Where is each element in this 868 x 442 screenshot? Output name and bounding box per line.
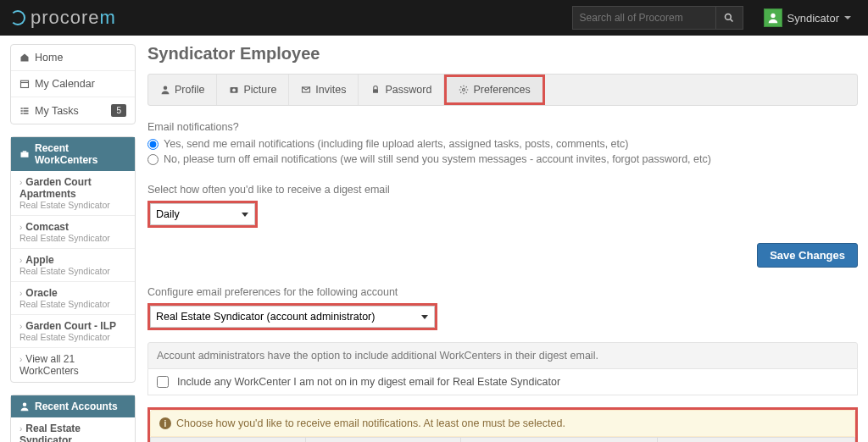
info-icon: i: [159, 417, 171, 429]
radio-yes[interactable]: [147, 139, 159, 150]
view-all-workcenters[interactable]: ›View all 21 WorkCenters: [11, 347, 135, 382]
profile-tabs: Profile Picture Invites Password Prefere…: [147, 74, 858, 106]
calendar-icon: [19, 79, 30, 89]
choose-note-alert: i Choose how you'd like to receive email…: [150, 410, 855, 437]
tab-invites[interactable]: Invites: [289, 75, 359, 105]
account-list: ›Real Estate Syndicator›Lytle Water Solu…: [11, 417, 135, 442]
username: Syndicator: [787, 12, 839, 25]
account-select[interactable]: Real Estate Syndicator (account administ…: [150, 306, 435, 328]
include-any-label: Include any WorkCenter I am not on in my…: [177, 376, 560, 388]
nav-tasks[interactable]: My Tasks 5: [11, 97, 135, 124]
nav-tasks-label: My Tasks: [35, 105, 79, 117]
camera-icon: [229, 85, 239, 95]
radio-no[interactable]: [147, 154, 159, 165]
tab-preferences[interactable]: Preferences: [444, 75, 544, 105]
svg-line-1: [731, 19, 733, 22]
main-nav: Home My Calendar My Tasks 5: [10, 44, 136, 124]
svg-rect-7: [21, 110, 23, 112]
recent-accounts-panel: Recent Accounts ›Real Estate Syndicator›…: [10, 395, 136, 442]
accounts-icon: [19, 401, 30, 412]
envelope-icon: [301, 85, 311, 95]
recent-workcenters-panel: Recent WorkCenters ›Garden Court Apartme…: [10, 136, 136, 383]
chevron-right-icon: ›: [19, 223, 22, 232]
svg-rect-8: [24, 110, 29, 112]
admin-note: Account administrators have the option t…: [147, 342, 858, 369]
svg-point-13: [23, 403, 27, 407]
chevron-right-icon: ›: [19, 424, 22, 434]
svg-rect-3: [21, 80, 29, 87]
search-button[interactable]: [716, 6, 743, 30]
chevron-right-icon: ›: [19, 178, 22, 187]
svg-rect-9: [21, 113, 23, 114]
svg-rect-18: [373, 89, 378, 93]
email-notifications-label: Email notifications?: [147, 121, 858, 133]
topbar: procorem Syndicator: [0, 0, 868, 36]
logo[interactable]: procorem: [10, 7, 116, 29]
logo-text: procorem: [31, 7, 116, 29]
chevron-right-icon: ›: [19, 322, 22, 331]
global-search: [572, 6, 743, 30]
notification-preferences-table: Immediate Email? Include in Digest? Work…: [150, 437, 855, 442]
recent-accounts-title: Recent Accounts: [35, 401, 118, 412]
tasks-badge: 5: [111, 104, 126, 117]
tab-picture[interactable]: Picture: [217, 75, 289, 105]
save-changes-button[interactable]: Save Changes: [757, 243, 858, 268]
include-any-row: Include any WorkCenter I am not on in my…: [147, 369, 858, 395]
page-title: Syndicator Employee: [147, 44, 858, 64]
chevron-right-icon: ›: [19, 256, 22, 265]
radio-no-row[interactable]: No, please turn off email notifications …: [147, 153, 858, 165]
workcenter-sub: Real Estate Syndicator: [19, 332, 126, 342]
nav-calendar-label: My Calendar: [35, 78, 95, 90]
tab-profile[interactable]: Profile: [148, 75, 217, 105]
tab-password-label: Password: [385, 84, 431, 96]
nav-home[interactable]: Home: [11, 45, 135, 70]
workcenter-item[interactable]: ›Garden Court - ILPReal Estate Syndicato…: [11, 314, 135, 347]
account-item[interactable]: ›Real Estate Syndicator: [11, 417, 135, 442]
svg-point-2: [771, 14, 775, 18]
user-icon: [767, 12, 779, 24]
svg-point-19: [463, 89, 465, 91]
th-digest: Include in Digest?: [305, 438, 460, 443]
digest-frequency-select-wrap: Daily: [150, 203, 255, 225]
tab-profile-label: Profile: [175, 84, 204, 96]
workcenter-item[interactable]: ›ComcastReal Estate Syndicator: [11, 215, 135, 248]
user-menu[interactable]: Syndicator: [757, 5, 858, 30]
svg-point-0: [726, 14, 732, 20]
svg-rect-6: [24, 108, 29, 109]
account-select-wrap: Real Estate Syndicator (account administ…: [150, 306, 435, 328]
configure-account-label: Configure email preferences for the foll…: [147, 286, 858, 298]
tab-invites-label: Invites: [315, 84, 346, 96]
svg-rect-5: [21, 108, 23, 109]
workcenter-sub: Real Estate Syndicator: [19, 299, 126, 309]
svg-rect-11: [21, 152, 29, 157]
nav-calendar[interactable]: My Calendar: [11, 70, 135, 97]
recent-accounts-header: Recent Accounts: [11, 395, 135, 417]
workcenter-name: Garden Court Apartments: [19, 176, 92, 200]
notification-table-highlight: i Choose how you'd like to receive email…: [147, 407, 858, 442]
th-category: Category: [658, 438, 855, 443]
search-icon: [724, 13, 734, 23]
tab-preferences-label: Preferences: [473, 84, 530, 96]
avatar: [764, 8, 782, 27]
digest-frequency-select[interactable]: Daily: [150, 203, 255, 225]
chevron-right-icon: ›: [19, 289, 22, 298]
digest-frequency-label: Select how often you'd like to receive a…: [147, 184, 858, 196]
tab-picture-label: Picture: [243, 84, 276, 96]
workcenter-item[interactable]: ›AppleReal Estate Syndicator: [11, 248, 135, 281]
include-any-checkbox[interactable]: [157, 376, 169, 388]
chevron-down-icon: [844, 16, 851, 19]
gear-icon: [459, 85, 469, 95]
radio-yes-row[interactable]: Yes, send me email notifications (includ…: [147, 138, 858, 150]
tab-password[interactable]: Password: [359, 75, 444, 105]
choose-note-text: Choose how you'd like to receive email n…: [176, 417, 565, 429]
search-input[interactable]: [572, 6, 716, 30]
workcenter-sub: Real Estate Syndicator: [19, 200, 126, 210]
workcenter-item[interactable]: ›Garden Court ApartmentsReal Estate Synd…: [11, 171, 135, 215]
recent-workcenters-title: Recent WorkCenters: [35, 142, 126, 166]
tasks-icon: [19, 106, 30, 116]
account-name: Real Estate Syndicator: [19, 423, 81, 442]
home-icon: [19, 52, 30, 63]
workcenter-sub: Real Estate Syndicator: [19, 233, 126, 243]
logo-ring-icon: [10, 10, 25, 25]
workcenter-item[interactable]: ›OracleReal Estate Syndicator: [11, 281, 135, 314]
